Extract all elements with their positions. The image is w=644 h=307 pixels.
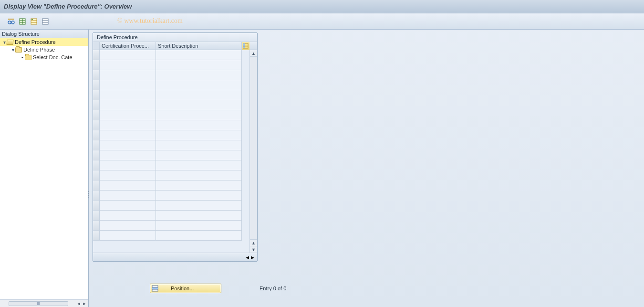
table-row[interactable] [93,150,257,160]
cell-certification-procedure[interactable] [100,211,156,221]
cell-short-description[interactable] [156,180,242,191]
position-button[interactable]: Position... [150,284,221,293]
cell-short-description[interactable] [156,211,242,221]
cell-certification-procedure[interactable] [100,170,156,180]
cell-certification-procedure[interactable] [100,130,156,140]
table-row[interactable] [93,180,257,191]
table-row[interactable] [93,90,257,100]
cell-short-description[interactable] [156,80,242,90]
collapse-all-button[interactable] [40,16,51,27]
row-header-cell[interactable] [93,90,100,100]
cell-certification-procedure[interactable] [100,90,156,100]
scroll-left-arrow-icon[interactable]: ◄ [76,301,82,307]
cell-short-description[interactable] [156,50,242,60]
cell-certification-procedure[interactable] [100,201,156,211]
cell-certification-procedure[interactable] [100,231,156,241]
column-header-certification-procedure[interactable]: Certification Proce... [100,42,156,50]
table-vertical-scrollbar[interactable]: ▲ ▲ ▼ [249,50,257,253]
cell-short-description[interactable] [156,231,242,241]
row-header-cell[interactable] [93,221,100,231]
table-row[interactable] [93,191,257,201]
cell-short-description[interactable] [156,110,242,120]
cell-short-description[interactable] [156,140,242,150]
table-row[interactable] [93,130,257,140]
cell-short-description[interactable] [156,70,242,80]
row-header-corner[interactable] [93,42,100,50]
row-header-cell[interactable] [93,191,100,201]
row-header-cell[interactable] [93,120,100,130]
table-row[interactable] [93,100,257,110]
cell-certification-procedure[interactable] [100,221,156,231]
cell-certification-procedure[interactable] [100,150,156,160]
table-row[interactable] [93,160,257,170]
row-header-cell[interactable] [93,150,100,160]
tree-horizontal-scrollbar[interactable]: ◄ ► [0,299,88,307]
row-header-cell[interactable] [93,50,100,60]
scroll-left-arrow-icon[interactable]: ◄ [245,254,250,260]
row-header-cell[interactable] [93,70,100,80]
cell-certification-procedure[interactable] [100,120,156,130]
cell-short-description[interactable] [156,191,242,201]
row-header-cell[interactable] [93,100,100,110]
table-row[interactable] [93,110,257,120]
table-row[interactable] [93,60,257,70]
tree-node-select-doc-cate[interactable]: • Select Doc. Cate [0,53,88,61]
column-header-short-description[interactable]: Short Description [156,42,242,50]
row-header-cell[interactable] [93,231,100,241]
cell-certification-procedure[interactable] [100,50,156,60]
cell-short-description[interactable] [156,120,242,130]
cell-certification-procedure[interactable] [100,110,156,120]
detail-view-button[interactable] [17,16,28,27]
row-header-cell[interactable] [93,180,100,191]
cell-certification-procedure[interactable] [100,70,156,80]
expand-icon[interactable]: ▾ [2,40,7,45]
tree-node-define-procedure[interactable]: ▾ Define Procedure [0,38,88,46]
row-header-cell[interactable] [93,211,100,221]
table-row[interactable] [93,170,257,180]
toggle-edit-button[interactable] [6,16,16,27]
cell-short-description[interactable] [156,130,242,140]
cell-short-description[interactable] [156,221,242,231]
cell-short-description[interactable] [156,90,242,100]
cell-certification-procedure[interactable] [100,80,156,90]
cell-short-description[interactable] [156,100,242,110]
cell-certification-procedure[interactable] [100,140,156,150]
cell-short-description[interactable] [156,201,242,211]
tree-node-define-phase[interactable]: ▾ Define Phase [0,46,88,53]
scrollbar-track[interactable] [250,57,257,239]
cell-certification-procedure[interactable] [100,191,156,201]
table-row[interactable] [93,211,257,221]
cell-short-description[interactable] [156,150,242,160]
row-header-cell[interactable] [93,80,100,90]
scroll-down-arrow-icon[interactable]: ▼ [250,246,257,253]
expand-all-button[interactable] [29,16,39,27]
scroll-up-arrow-icon[interactable]: ▲ [250,50,257,57]
scroll-right-arrow-icon[interactable]: ► [82,301,87,307]
table-row[interactable] [93,221,257,231]
row-header-cell[interactable] [93,201,100,211]
row-header-cell[interactable] [93,60,100,70]
scroll-right-arrow-icon[interactable]: ► [250,254,255,260]
row-header-cell[interactable] [93,170,100,180]
cell-short-description[interactable] [156,170,242,180]
table-row[interactable] [93,120,257,130]
table-row[interactable] [93,50,257,60]
table-row[interactable] [93,201,257,211]
row-header-cell[interactable] [93,160,100,170]
scroll-down-arrow-icon[interactable]: ▲ [250,239,257,246]
table-row[interactable] [93,231,257,241]
table-configure-button[interactable] [242,42,249,50]
row-header-cell[interactable] [93,140,100,150]
cell-certification-procedure[interactable] [100,60,156,70]
scrollbar-thumb[interactable] [9,301,68,306]
table-row[interactable] [93,70,257,80]
row-header-cell[interactable] [93,130,100,140]
cell-certification-procedure[interactable] [100,100,156,110]
expand-icon[interactable]: ▾ [10,47,15,53]
table-row[interactable] [93,140,257,150]
cell-short-description[interactable] [156,60,242,70]
row-header-cell[interactable] [93,110,100,120]
table-row[interactable] [93,80,257,90]
cell-short-description[interactable] [156,160,242,170]
cell-certification-procedure[interactable] [100,160,156,170]
